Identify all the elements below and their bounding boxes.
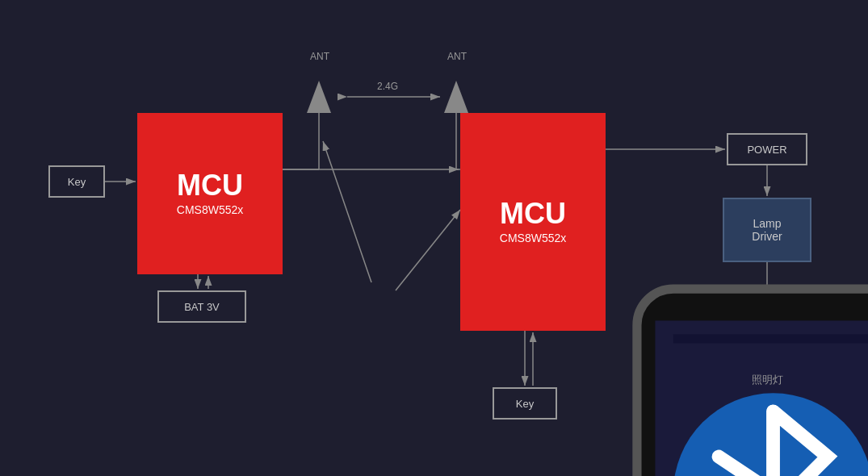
lamp-icon — [743, 319, 791, 375]
bat-box: BAT 3V — [157, 290, 246, 323]
ant-right-label: ANT — [442, 51, 472, 62]
power-label: POWER — [747, 144, 786, 156]
diagram-container: MCU CMS8W552x MCU CMS8W552x Key BAT 3V K… — [0, 0, 868, 476]
mcu-left-block: MCU CMS8W552x — [137, 113, 283, 274]
mcu-left-subtitle: CMS8W552x — [177, 203, 243, 216]
svg-marker-8 — [444, 81, 468, 113]
bat-label: BAT 3V — [184, 301, 220, 313]
svg-line-12 — [323, 141, 371, 282]
freq-label: 2.4G — [377, 81, 398, 92]
key-left-label: Key — [68, 176, 86, 188]
mcu-left-title: MCU — [177, 171, 243, 200]
lamp-driver-box: LampDriver — [723, 198, 811, 262]
ant-left-label: ANT — [305, 51, 334, 62]
lamp-text-label: 照明灯 — [741, 373, 793, 387]
mcu-right-title: MCU — [500, 199, 566, 228]
svg-marker-6 — [307, 81, 331, 113]
bulb-svg — [743, 319, 868, 476]
phone-bluetooth — [339, 266, 404, 351]
mcu-right-subtitle: CMS8W552x — [500, 232, 566, 244]
power-box: POWER — [727, 133, 807, 165]
lamp-driver-label: LampDriver — [752, 217, 782, 243]
key-left-box: Key — [48, 165, 105, 198]
